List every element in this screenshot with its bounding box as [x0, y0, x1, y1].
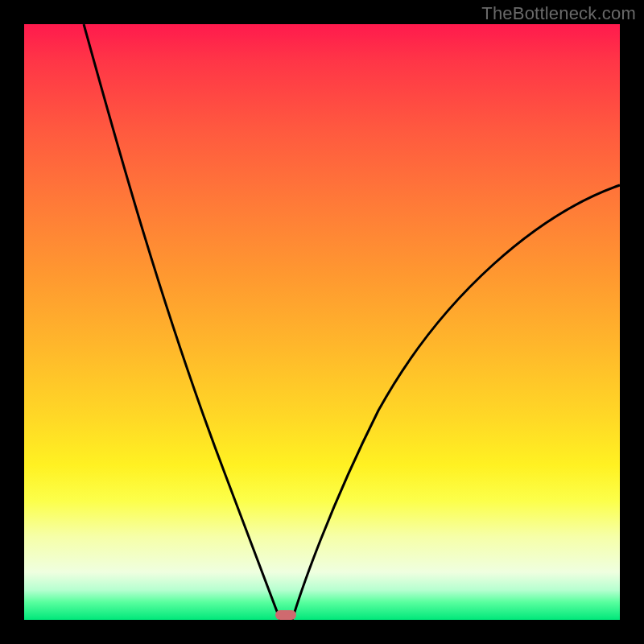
bottleneck-curve	[24, 24, 620, 620]
curve-right-branch	[292, 185, 620, 620]
bottleneck-marker	[275, 610, 296, 620]
curve-left-branch	[84, 24, 280, 620]
watermark-text: TheBottleneck.com	[481, 3, 636, 24]
chart-frame: TheBottleneck.com	[0, 0, 644, 644]
plot-area	[24, 24, 620, 620]
